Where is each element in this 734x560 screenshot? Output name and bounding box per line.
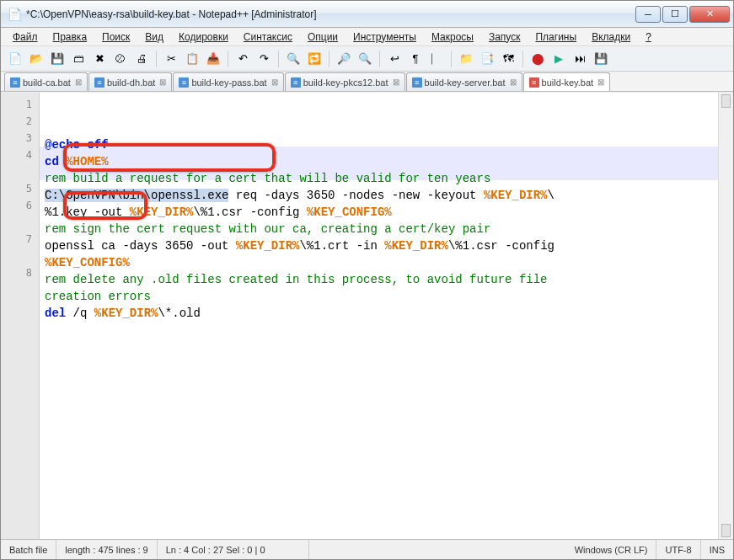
close-tab-button[interactable]: ✖: [90, 50, 109, 68]
menu-run[interactable]: Запуск: [482, 29, 528, 45]
print-button[interactable]: 🖨: [132, 50, 151, 68]
line-number: 7: [1, 231, 39, 248]
menu-view[interactable]: Вид: [138, 29, 170, 45]
new-file-button[interactable]: 📄: [6, 50, 24, 68]
file-icon: ≡: [10, 77, 20, 88]
code-line[interactable]: %KEY_CONFIG%: [45, 254, 713, 271]
play-button[interactable]: ▶: [549, 50, 568, 68]
tab-label: build-key-pass.bat: [191, 77, 266, 88]
file-icon: ≡: [412, 77, 422, 88]
code-line[interactable]: openssl ca -days 3650 -out %KEY_DIR%\%1.…: [45, 237, 713, 254]
tab-label: build-key-pkcs12.bat: [303, 77, 388, 88]
tsep: [451, 51, 452, 67]
tab-close-icon[interactable]: ⊠: [159, 77, 166, 87]
code-line[interactable]: rem sign the cert request with our ca, c…: [45, 221, 713, 237]
open-button[interactable]: 📂: [27, 50, 46, 68]
maximize-button[interactable]: ☐: [662, 6, 688, 23]
menu-help[interactable]: ?: [639, 29, 658, 45]
save-button[interactable]: 💾: [48, 50, 67, 68]
zoom-in-button[interactable]: 🔎: [335, 50, 353, 68]
replace-button[interactable]: 🔁: [305, 50, 324, 68]
close-button[interactable]: ✕: [689, 6, 730, 23]
tsep: [156, 51, 157, 67]
menu-file[interactable]: Файл: [6, 29, 45, 45]
menu-options[interactable]: Опции: [301, 29, 345, 45]
menu-edit[interactable]: Правка: [46, 29, 94, 45]
tab-close-icon[interactable]: ⊠: [510, 77, 517, 87]
menu-search[interactable]: Поиск: [95, 29, 137, 45]
code-line[interactable]: @echo off: [45, 136, 713, 153]
menu-tools[interactable]: Инструменты: [346, 29, 423, 45]
menu-macros[interactable]: Макросы: [425, 29, 480, 45]
file-icon: ≡: [529, 77, 539, 88]
editor-area: 12345678 @echo offcd %HOME%rem build a r…: [1, 92, 733, 539]
copy-button[interactable]: 📋: [183, 50, 201, 68]
code-line[interactable]: creation errors: [45, 288, 713, 305]
menu-tabs[interactable]: Вкладки: [585, 29, 637, 45]
paste-button[interactable]: 📥: [204, 50, 222, 68]
app-icon: 📄: [8, 8, 21, 21]
tsep: [522, 51, 523, 67]
line-number: 2: [1, 113, 39, 130]
savemacro-button[interactable]: 💾: [592, 50, 610, 68]
find-button[interactable]: 🔍: [284, 50, 303, 68]
tab-close-icon[interactable]: ⊠: [75, 77, 82, 87]
playfast-button[interactable]: ⏭: [571, 50, 589, 68]
menu-plugins[interactable]: Плагины: [528, 29, 583, 45]
file-icon: ≡: [94, 77, 104, 88]
code-line[interactable]: %1.key -out %KEY_DIR%\%1.csr -config %KE…: [45, 204, 713, 221]
code-line[interactable]: C:\OpenVPN\bin\openssl.exe req -days 365…: [45, 187, 713, 204]
redo-button[interactable]: ↷: [254, 50, 273, 68]
close-all-button[interactable]: ⛒: [111, 50, 130, 68]
tab-label: build-dh.bat: [107, 77, 156, 88]
tab-close-icon[interactable]: ⊠: [271, 77, 278, 87]
func-list-button[interactable]: 📑: [478, 50, 496, 68]
tab-label: build-ca.bat: [23, 77, 71, 88]
code-line[interactable]: rem build a request for a cert that will…: [45, 170, 713, 187]
line-number: 3: [1, 130, 39, 147]
menu-syntax[interactable]: Синтаксис: [237, 29, 299, 45]
tab-build-ca-bat[interactable]: ≡build-ca.bat⊠: [4, 72, 88, 91]
status-position: Ln : 4 Col : 27 Sel : 0 | 0: [158, 540, 309, 559]
wordwrap-button[interactable]: ↩: [385, 50, 404, 68]
tab-build-key-pkcs12-bat[interactable]: ≡build-key-pkcs12.bat⊠: [285, 72, 405, 91]
tab-build-dh-bat[interactable]: ≡build-dh.bat⊠: [88, 72, 173, 91]
tab-build-key-bat[interactable]: ≡build-key.bat⊠: [523, 72, 611, 91]
line-number: [1, 163, 39, 180]
code-line[interactable]: rem delete any .old files created in thi…: [45, 271, 713, 288]
zoom-out-button[interactable]: 🔍: [356, 50, 374, 68]
line-number: 6: [1, 197, 39, 214]
tab-build-key-pass-bat[interactable]: ≡build-key-pass.bat⊠: [173, 72, 283, 91]
status-encoding: UTF-8: [656, 540, 700, 559]
line-number: [1, 214, 39, 231]
status-insert-mode: INS: [701, 540, 733, 559]
cut-button[interactable]: ✂: [162, 50, 180, 68]
vertical-scrollbar[interactable]: [718, 93, 733, 539]
undo-button[interactable]: ↶: [233, 50, 252, 68]
toolbar: 📄 📂 💾 🗃 ✖ ⛒ 🖨 ✂ 📋 📥 ↶ ↷ 🔍 🔁 🔎 🔍 ↩ ¶ ⎸ 📁 …: [1, 46, 733, 72]
tab-close-icon[interactable]: ⊠: [393, 77, 399, 87]
tab-build-key-server-bat[interactable]: ≡build-key-server.bat⊠: [406, 72, 522, 91]
code-editor[interactable]: @echo offcd %HOME%rem build a request fo…: [40, 93, 718, 539]
titlebar[interactable]: 📄 *C:\OpenVPN\easy-rsa\build-key.bat - N…: [1, 1, 733, 28]
save-all-button[interactable]: 🗃: [69, 50, 88, 68]
tab-close-icon[interactable]: ⊠: [597, 77, 604, 87]
record-button[interactable]: ⬤: [528, 50, 547, 68]
indent-guide-button[interactable]: ⎸: [427, 50, 446, 68]
tsep: [278, 51, 279, 67]
code-line[interactable]: cd %HOME%: [45, 153, 713, 170]
window-title: *C:\OpenVPN\easy-rsa\build-key.bat - Not…: [26, 8, 634, 20]
showall-button[interactable]: ¶: [406, 50, 425, 68]
status-language: Batch file: [1, 540, 56, 559]
window-buttons: ─ ☐ ✕: [634, 6, 730, 23]
minimize-button[interactable]: ─: [635, 6, 661, 23]
code-line[interactable]: del /q %KEY_DIR%\*.old: [45, 305, 713, 322]
folder-button[interactable]: 📁: [457, 50, 475, 68]
file-icon: ≡: [179, 77, 189, 88]
menubar: Файл Правка Поиск Вид Кодировки Синтакси…: [1, 28, 733, 46]
line-number: 8: [1, 264, 39, 281]
status-length: length : 475 lines : 9: [56, 540, 157, 559]
doc-map-button[interactable]: 🗺: [499, 50, 517, 68]
menu-encoding[interactable]: Кодировки: [172, 29, 235, 45]
file-icon: ≡: [291, 77, 301, 88]
